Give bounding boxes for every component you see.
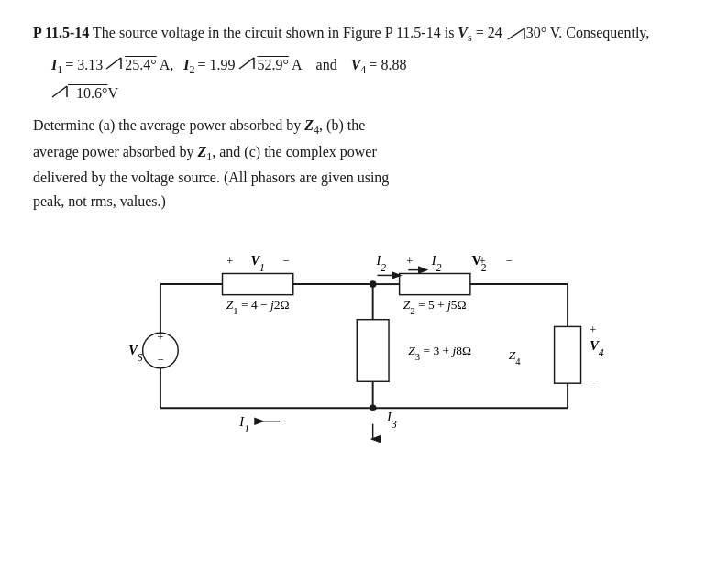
equations-block: I1 = 3.13 25.4° A, I2 = 1.99 52.9° A an bbox=[51, 53, 695, 104]
circuit-diagram: + − VS V4 + − V1 + − bbox=[107, 227, 621, 447]
v4-label: V4 bbox=[351, 53, 367, 79]
i2-label: I2 bbox=[183, 53, 194, 79]
z3-label-text: Z3 = 3 + j8Ω bbox=[408, 344, 471, 362]
vs-angle-notation bbox=[506, 27, 526, 41]
eq-line2: −10.6° V bbox=[51, 82, 695, 105]
line2-angle bbox=[51, 85, 68, 98]
i2-arrow-label: I2 bbox=[431, 253, 442, 274]
svg-line-0 bbox=[508, 28, 524, 39]
i1-angle bbox=[105, 57, 122, 70]
problem-header: P 11.5-14 The source voltage in the circ… bbox=[33, 22, 695, 46]
eq-line1: I1 = 3.13 25.4° A, I2 = 1.99 52.9° A an bbox=[51, 53, 695, 79]
z4-label-text: Z4 bbox=[509, 348, 522, 367]
svg-rect-23 bbox=[357, 320, 389, 382]
svg-line-4 bbox=[239, 58, 254, 69]
i1-value: = 3.13 bbox=[65, 53, 103, 77]
v4-minus-label: − bbox=[590, 382, 596, 395]
svg-line-2 bbox=[106, 58, 121, 69]
vs-angle-value: 30° V. Consequently, bbox=[526, 25, 650, 40]
i3-arrow-label: I3 bbox=[386, 410, 397, 431]
circuit-container: + − VS V4 + − V1 + − bbox=[33, 227, 695, 447]
i2-label-text: I2 bbox=[376, 253, 387, 274]
v2-minus-sign: − bbox=[505, 255, 512, 268]
i1-unit: A, bbox=[160, 53, 182, 77]
vs-plus-inside: + bbox=[157, 331, 163, 344]
line2-unit: V bbox=[107, 82, 118, 105]
svg-rect-10 bbox=[223, 274, 293, 295]
description-paragraph: Determine (a) the average power absorbed… bbox=[33, 114, 695, 213]
v1-plus-label: + bbox=[226, 255, 233, 268]
i2-angle bbox=[238, 57, 255, 70]
v1-minus-label: − bbox=[282, 255, 289, 268]
desc-text2: average power absorbed by Z1, and (c) th… bbox=[33, 144, 377, 159]
svg-rect-13 bbox=[400, 274, 470, 295]
z1-label-text: Z1 = 4 − j2Ω bbox=[226, 298, 290, 316]
v4-text: V4 bbox=[590, 339, 604, 359]
i1-arrow-label: I1 bbox=[238, 414, 249, 435]
intro-text: The source voltage in the circuit shown … bbox=[93, 25, 506, 40]
vs-minus-inside: − bbox=[157, 354, 163, 367]
z2-label-text: Z2 = 5 + j5Ω bbox=[403, 298, 467, 316]
v1-text: V1 bbox=[250, 253, 264, 274]
svg-line-6 bbox=[52, 86, 67, 97]
svg-point-22 bbox=[370, 404, 377, 411]
page: P 11.5-14 The source voltage in the circ… bbox=[0, 0, 728, 465]
desc-text3: delivered by the voltage source. (All ph… bbox=[33, 170, 389, 185]
i2-value: = 1.99 bbox=[197, 53, 235, 77]
v4-plus-label: + bbox=[590, 323, 596, 336]
i2-angle-val: 52.9° bbox=[258, 53, 289, 77]
desc-text1: Determine (a) the average power absorbed… bbox=[33, 117, 365, 133]
vs-label-text: VS bbox=[128, 343, 143, 364]
line2-angle-val: −10.6° bbox=[68, 82, 107, 105]
v4-value: = 8.88 bbox=[369, 53, 406, 77]
svg-rect-19 bbox=[555, 327, 581, 384]
desc-text4: peak, not rms, values.) bbox=[33, 193, 166, 209]
v2-plus-sign: + bbox=[406, 255, 413, 268]
problem-label: P 11.5-14 bbox=[33, 25, 89, 40]
i1-label: I1 bbox=[51, 53, 62, 79]
i1-angle-val: 25.4° bbox=[125, 53, 156, 77]
i2-unit: A and bbox=[292, 53, 348, 77]
